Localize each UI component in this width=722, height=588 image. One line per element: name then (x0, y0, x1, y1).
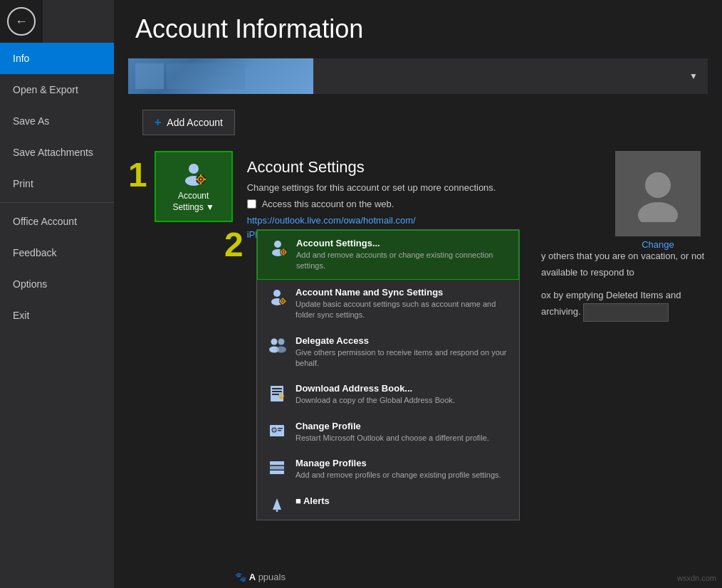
dropdown-item-title-7: ■ Alerts (295, 495, 509, 506)
dropdown-item-text-3: Delegate Access Give others permission t… (295, 335, 509, 369)
main-content: Account Information ▼ + Add Account 1 (114, 0, 722, 588)
sidebar-item-label: Options (13, 278, 47, 290)
dropdown-item-title-5: Change Profile (295, 421, 509, 431)
sidebar-item-save-as[interactable]: Save As (0, 105, 114, 137)
access-web-checkbox[interactable] (247, 199, 256, 209)
account-settings-heading: Account Settings (247, 158, 496, 177)
account-bar: ▼ (128, 58, 708, 94)
back-button[interactable]: ← (0, 0, 43, 43)
svg-rect-46 (276, 510, 278, 512)
svg-rect-18 (281, 251, 282, 253)
access-web-label: Access this account on the web. (262, 199, 394, 209)
manage-profiles-icon (267, 458, 287, 478)
svg-rect-5 (200, 174, 202, 177)
account-settings-description: Change settings for this account or set … (247, 182, 496, 193)
svg-rect-44 (270, 466, 284, 470)
svg-point-40 (273, 428, 276, 431)
dropdown-item-text-2: Account Name and Sync Settings Update ba… (295, 287, 509, 321)
sidebar-item-exit[interactable]: Exit (0, 300, 114, 331)
access-web-row: Access this account on the web. (247, 199, 496, 209)
svg-point-20 (273, 290, 281, 297)
dropdown-item-text-5: Change Profile Restart Microsoft Outlook… (295, 421, 509, 443)
svg-rect-34 (272, 388, 282, 389)
empty-input-box (583, 303, 669, 322)
svg-rect-41 (278, 428, 283, 429)
dropdown-item-desc-2: Update basic account settings such as ac… (295, 299, 509, 321)
step1-number: 1 (128, 158, 147, 192)
bottom-row-1: y others that you are on vacation, or no… (541, 248, 708, 281)
sidebar-item-open-export[interactable]: Open & Export (0, 74, 114, 105)
sidebar-item-label: Info (13, 53, 29, 64)
dropdown-item-desc-3: Give others permission to receive items … (295, 347, 509, 369)
account-settings-icon (268, 238, 288, 258)
svg-rect-27 (280, 300, 281, 302)
svg-point-0 (189, 164, 199, 174)
main-header: Account Information (114, 0, 722, 51)
watermark: wsxdn.com (677, 574, 716, 582)
add-account-wrapper: + Add Account (128, 101, 708, 144)
delegate-icon (267, 335, 287, 355)
name-sync-icon (267, 287, 287, 307)
sidebar-item-print[interactable]: Print (0, 168, 114, 199)
dropdown-item-desc-6: Add and remove profiles or change existi… (295, 470, 509, 481)
dropdown-item-title-1: Account Settings... (296, 238, 508, 248)
svg-rect-42 (278, 430, 281, 431)
dropdown-item-alerts[interactable]: ■ Alerts (257, 488, 519, 520)
sidebar-item-label: Open & Export (13, 84, 78, 95)
svg-point-31 (278, 338, 285, 345)
sidebar-item-office-account[interactable]: Office Account (0, 206, 114, 237)
dropdown-item-desc-4: Download a copy of the Global Address Bo… (295, 395, 509, 406)
svg-point-24 (282, 300, 283, 302)
svg-rect-17 (283, 254, 284, 256)
account-email-bar[interactable] (313, 58, 679, 94)
sidebar-item-label: Print (13, 178, 33, 189)
dropdown-item-text-7: ■ Alerts (295, 495, 509, 508)
plus-icon: + (155, 116, 161, 129)
address-book-icon (267, 383, 287, 403)
add-account-button[interactable]: + Add Account (142, 110, 235, 135)
profile-photo-area: Change (615, 151, 701, 250)
owa-link[interactable]: https://outlook.live.com/owa/hotmail.com… (247, 215, 416, 226)
sidebar-item-save-attachments[interactable]: Save Attachments (0, 137, 114, 168)
dropdown-item-text-6: Manage Profiles Add and remove profiles … (295, 458, 509, 481)
chevron-down-icon: ▼ (689, 71, 698, 81)
dropdown-item-text-4: Download Address Book... Download a copy… (295, 383, 509, 406)
svg-point-10 (638, 202, 678, 222)
dropdown-item-account-settings[interactable]: Account Settings... Add and remove accou… (257, 230, 519, 280)
dropdown-item-title-3: Delegate Access (295, 335, 509, 346)
svg-rect-7 (196, 179, 198, 180)
account-settings-block: 1 (128, 151, 708, 241)
svg-point-32 (276, 346, 286, 352)
add-account-label: Add Account (167, 117, 223, 128)
sidebar-item-label: Office Account (13, 216, 77, 227)
account-settings-desc: Account Settings Change settings for thi… (247, 158, 496, 241)
sidebar-item-info[interactable]: Info (0, 43, 114, 74)
step2-wrapper: 2 (224, 228, 244, 262)
dropdown-item-change-profile[interactable]: Change Profile Restart Microsoft Outlook… (257, 414, 519, 451)
sidebar-item-label: Feedback (13, 247, 56, 258)
svg-point-9 (645, 172, 671, 198)
profile-photo-box (615, 151, 701, 236)
step2-number: 2 (224, 228, 244, 262)
sidebar-item-options[interactable]: Options (0, 268, 114, 300)
sidebar-item-feedback[interactable]: Feedback (0, 237, 114, 268)
dropdown-item-title-4: Download Address Book... (295, 383, 509, 394)
page-title: Account Information (135, 14, 701, 44)
dropdown-item-name-sync[interactable]: Account Name and Sync Settings Update ba… (257, 280, 519, 328)
bottom-row-2: ox by emptying Deleted Items and archivi… (541, 287, 708, 322)
dropdown-item-manage-profiles[interactable]: Manage Profiles Add and remove profiles … (257, 451, 519, 488)
alerts-icon (267, 495, 287, 515)
sidebar-item-label: Save As (13, 115, 49, 127)
alerts-label: ■ (295, 495, 303, 506)
dropdown-item-delegate[interactable]: Delegate Access Give others permission t… (257, 328, 519, 377)
svg-point-15 (283, 251, 284, 253)
svg-rect-19 (286, 251, 287, 253)
dropdown-item-address-book[interactable]: Download Address Book... Download a copy… (257, 376, 519, 413)
account-settings-tile[interactable]: Account Settings ▼ (155, 151, 233, 222)
account-settings-dropdown: Account Settings... Add and remove accou… (256, 229, 520, 520)
account-dropdown-button[interactable]: ▼ (679, 58, 708, 94)
svg-rect-26 (282, 303, 283, 304)
change-photo-link[interactable]: Change (642, 239, 674, 250)
svg-rect-6 (200, 183, 202, 185)
svg-rect-8 (204, 179, 206, 180)
